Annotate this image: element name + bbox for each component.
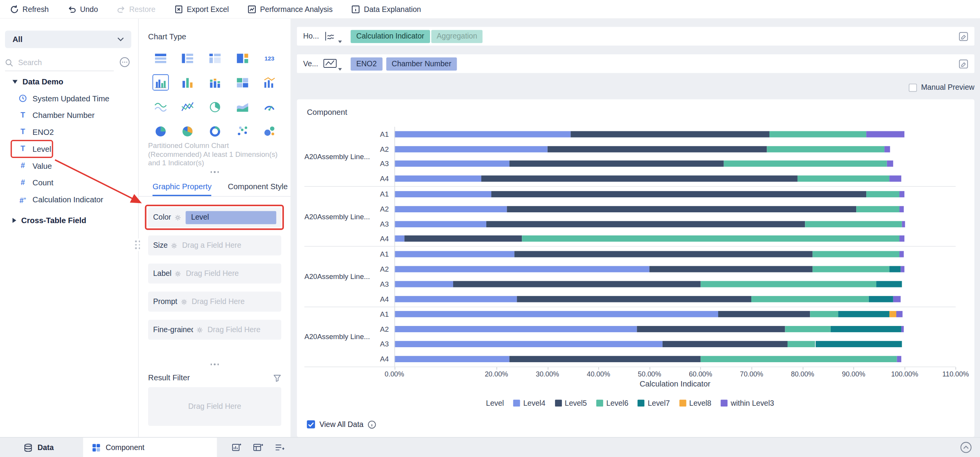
bar-segment-level5[interactable] <box>662 341 787 347</box>
bar-segment-level6[interactable] <box>813 251 899 257</box>
chart-type-table[interactable] <box>152 50 169 66</box>
bar-segment-level5[interactable] <box>719 311 810 318</box>
bar-segment-level6[interactable] <box>767 146 884 152</box>
dataset-select[interactable]: All <box>5 30 131 48</box>
sidebar-field-chamber-number[interactable]: Chamber Number <box>0 107 138 124</box>
stacked-bar[interactable] <box>395 221 956 227</box>
legend-item[interactable]: Level6 <box>596 399 628 408</box>
field-chip-aggregation[interactable]: Aggregation <box>431 30 483 43</box>
gear-icon[interactable] <box>180 298 187 305</box>
tab-graphic-property[interactable]: Graphic Property <box>152 178 211 196</box>
drag-handle-icon[interactable] <box>139 363 291 365</box>
tab-component[interactable]: Component <box>83 438 217 457</box>
bar-segment-level5[interactable] <box>649 266 813 272</box>
refresh-button[interactable]: Refresh <box>10 5 49 13</box>
sidebar-field-level[interactable]: Level <box>0 141 138 158</box>
bar-segment-level6[interactable] <box>805 221 902 227</box>
legend-item[interactable]: Level4 <box>513 399 545 408</box>
bar-segment-level5[interactable] <box>637 326 785 332</box>
panel-resize-handle[interactable] <box>134 239 141 251</box>
bar-segment-level4[interactable] <box>395 296 517 302</box>
gear-icon[interactable] <box>174 214 181 221</box>
collapse-panel-icon[interactable] <box>960 438 972 457</box>
bar-segment-level4[interactable] <box>395 341 663 347</box>
bar-segment-level6[interactable] <box>866 191 899 197</box>
chart-type-partitioned-column[interactable] <box>152 74 169 91</box>
bar-segment-level6[interactable] <box>810 311 838 318</box>
bar-segment-level6[interactable] <box>769 131 866 137</box>
manual-preview-checkbox[interactable] <box>909 83 917 91</box>
chart-type-bubble[interactable] <box>261 123 278 139</box>
legend-item[interactable]: within Level3 <box>721 399 774 408</box>
stacked-bar[interactable] <box>395 131 956 137</box>
bar-segment-level4[interactable] <box>395 326 637 332</box>
chart-type-color-block[interactable] <box>234 50 250 66</box>
bar-segment-level4[interactable] <box>395 311 719 318</box>
bar-segment-level6[interactable] <box>787 341 815 347</box>
bar-segment-within-level3[interactable] <box>866 131 904 137</box>
chart-type-kpi-123[interactable]: 123 <box>261 50 278 66</box>
vertical-axis-type-icon[interactable] <box>323 59 342 69</box>
stacked-bar[interactable] <box>395 161 956 167</box>
bar-segment-level5[interactable] <box>509 161 724 167</box>
vertical-axis-shelf[interactable]: Ve... ENO2 Chamber Number <box>297 54 975 73</box>
chart-type-area-stacked[interactable] <box>234 99 250 115</box>
chart-type-combo[interactable] <box>261 74 278 91</box>
gear-icon[interactable] <box>171 242 178 249</box>
chart-type-scatter[interactable] <box>234 123 250 139</box>
bar-segment-level7[interactable] <box>889 266 901 272</box>
sidebar-field-eno2[interactable]: ENO2 <box>0 124 138 141</box>
gear-icon[interactable] <box>196 326 203 333</box>
field-chip-chamber-number[interactable]: Chamber Number <box>386 57 457 70</box>
bar-segment-within-level3[interactable] <box>899 206 904 212</box>
bar-segment-within-level3[interactable] <box>887 161 893 167</box>
bar-segment-within-level3[interactable] <box>897 356 902 362</box>
add-table-icon[interactable] <box>253 443 263 452</box>
bar-segment-level7[interactable] <box>838 311 889 318</box>
chart-type-pie[interactable] <box>152 123 169 139</box>
bar-segment-level6[interactable] <box>522 236 899 242</box>
bar-segment-level5[interactable] <box>481 176 798 182</box>
tab-component-style[interactable]: Component Style <box>228 178 288 196</box>
chart-type-area-curve[interactable] <box>152 99 169 115</box>
bar-segment-level5[interactable] <box>514 251 813 257</box>
stacked-bar[interactable] <box>395 341 956 347</box>
horizontal-axis-shelf[interactable]: Ho... Calculation Indicator Aggregation <box>297 27 975 46</box>
tab-data[interactable]: Data <box>0 438 83 457</box>
bar-segment-level4[interactable] <box>395 176 481 182</box>
info-icon[interactable] <box>368 420 377 429</box>
bar-segment-within-level3[interactable] <box>884 146 891 152</box>
data-explanation-button[interactable]: Data Explanation <box>351 5 421 13</box>
stacked-bar[interactable] <box>395 236 956 242</box>
performance-analysis-button[interactable]: Performance Analysis <box>248 5 333 13</box>
chart-type-donut[interactable] <box>207 123 223 139</box>
property-row-prompt[interactable]: PromptDrag Field Here <box>148 292 281 312</box>
chart-type-column[interactable] <box>180 74 196 91</box>
property-row-label[interactable]: LabelDrag Field Here <box>148 264 281 284</box>
property-row-color[interactable]: ColorLevel <box>148 207 281 227</box>
bar-segment-within-level3[interactable] <box>899 251 904 257</box>
stacked-bar[interactable] <box>395 191 956 197</box>
horizontal-axis-type-icon[interactable] <box>323 31 342 41</box>
bar-segment-within-level3[interactable] <box>901 326 904 332</box>
bar-segment-level5[interactable] <box>491 191 866 197</box>
sidebar-field-count[interactable]: Count <box>0 174 138 191</box>
field-chip-calculation-indicator[interactable]: Calculation Indicator <box>351 30 430 43</box>
bar-segment-level6[interactable] <box>785 326 831 332</box>
stacked-bar[interactable] <box>395 176 956 182</box>
add-list-icon[interactable] <box>274 443 284 452</box>
bar-segment-level5[interactable] <box>453 281 701 287</box>
bar-segment-level6[interactable] <box>798 176 889 182</box>
chart-type-rose[interactable] <box>207 99 223 115</box>
bar-segment-within-level3[interactable] <box>893 296 901 302</box>
field-chip-eno2[interactable]: ENO2 <box>351 57 382 70</box>
add-chart-icon[interactable] <box>232 443 242 452</box>
chart-type-cross-table[interactable] <box>207 50 223 66</box>
stacked-bar[interactable] <box>395 296 956 302</box>
chart-type-grouped-table[interactable] <box>180 50 196 66</box>
property-row-size[interactable]: SizeDrag a Field Here <box>148 235 281 255</box>
more-options-icon[interactable] <box>120 57 130 67</box>
legend-item[interactable]: Level8 <box>679 399 711 408</box>
stacked-bar[interactable] <box>395 311 956 318</box>
bar-segment-level5[interactable] <box>547 146 767 152</box>
